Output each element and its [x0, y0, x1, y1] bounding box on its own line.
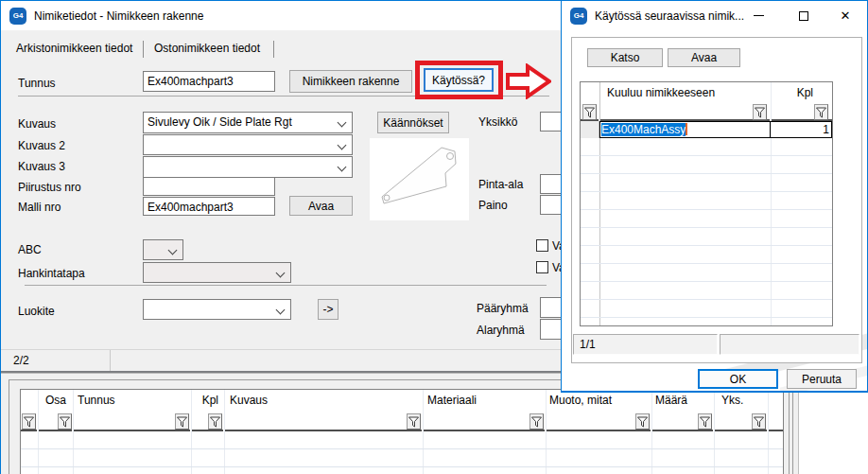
- column-header-muoto-mitat[interactable]: Muoto, mitat: [549, 390, 644, 411]
- table-row[interactable]: Ex400MachAssy 1: [599, 121, 832, 138]
- kaannokset-button[interactable]: Käännökset: [377, 112, 449, 133]
- column-header-kuvaus[interactable]: Kuvaus: [230, 390, 400, 411]
- checkbox-2[interactable]: [536, 261, 548, 273]
- popup-window-title: Käytössä seuraavissa nimik...: [595, 9, 744, 23]
- kuvaus-label: Kuvaus: [18, 117, 56, 131]
- record-position: 2/2: [13, 354, 29, 367]
- selected-text: Ex400MachAssy: [601, 123, 686, 136]
- checkbox-1[interactable]: [536, 239, 548, 252]
- kuvaus3-label: Kuvaus 3: [18, 160, 65, 173]
- maximize-button[interactable]: [787, 1, 821, 30]
- divider: [25, 285, 547, 286]
- filter-funnel-icon[interactable]: [58, 413, 72, 430]
- tab-ostonimikkeen-tiedot[interactable]: Ostonimikkeen tiedot: [148, 40, 266, 59]
- pinta-ala-label: Pinta-ala: [478, 178, 523, 191]
- popup-status-extra: [720, 334, 859, 355]
- minimize-icon: [754, 15, 764, 16]
- filter-funnel-icon[interactable]: [208, 413, 222, 430]
- filter-cell[interactable]: [424, 411, 545, 431]
- luokite-label: Luokite: [18, 305, 55, 318]
- close-button[interactable]: [828, 1, 862, 30]
- piirustus-nro-input[interactable]: [143, 177, 275, 196]
- usage-table: Kuuluu nimikkeeseen Kpl Ex400MachAssy 1: [580, 81, 833, 326]
- tab-divider: [273, 41, 274, 58]
- grid-rows-area: [21, 431, 783, 474]
- parts-groupbox: Osa Tunnus Kpl Kuvaus Materiaali Muoto, …: [9, 379, 793, 474]
- chevron-down-icon[interactable]: [276, 306, 286, 315]
- hankintatapa-label: Hankintatapa: [18, 267, 85, 280]
- filter-funnel-icon[interactable]: [407, 413, 421, 430]
- avaa-button[interactable]: Avaa: [289, 196, 353, 216]
- filter-funnel-icon[interactable]: [814, 104, 828, 120]
- row-selector-cell[interactable]: [581, 121, 599, 138]
- tunnus-input[interactable]: Ex400machpart3: [143, 71, 275, 92]
- nimikkeen-rakenne-button[interactable]: Nimikkeen rakenne: [289, 70, 412, 93]
- kuvaus3-combobox[interactable]: [143, 156, 353, 178]
- kuvaus2-label: Kuvaus 2: [18, 139, 65, 152]
- main-window-title: Nimiketiedot - Nimikkeen rakenne: [34, 9, 203, 23]
- filter-funnel-icon[interactable]: [175, 413, 189, 430]
- filter-cell[interactable]: [769, 411, 783, 431]
- grid-rows-area: [581, 138, 832, 325]
- kpl-cell[interactable]: 1: [772, 122, 833, 137]
- part-preview-image: [370, 138, 469, 220]
- popup-titlebar: G4 Käytössä seuraavissa nimik...: [562, 1, 867, 30]
- statusbar-divider: [110, 350, 111, 371]
- luokite-combobox[interactable]: [143, 299, 291, 320]
- filter-funnel-icon[interactable]: [753, 104, 767, 120]
- filter-funnel-icon[interactable]: [582, 104, 597, 120]
- usage-dialog: G4 Käytössä seuraavissa nimik... Katso A…: [561, 0, 868, 393]
- filter-funnel-icon[interactable]: [635, 413, 650, 430]
- hankintatapa-combobox[interactable]: [143, 262, 291, 283]
- malli-nro-input[interactable]: Ex400machpart3: [143, 197, 275, 216]
- alaryhma-label: Alaryhmä: [477, 324, 525, 337]
- kuvaus-value: Sivulevy Oik / Side Plate Rgt: [148, 115, 292, 129]
- tab-divider: [143, 41, 144, 58]
- filter-funnel-icon[interactable]: [22, 413, 36, 430]
- screen: G4 Nimiketiedot - Nimikkeen rakenne Arki…: [0, 0, 868, 474]
- chevron-down-icon[interactable]: [338, 141, 347, 150]
- minimize-button[interactable]: [741, 1, 775, 30]
- piirustus-nro-label: Piirustus nro: [18, 181, 81, 194]
- katso-button[interactable]: Katso: [587, 48, 663, 67]
- filter-funnel-icon[interactable]: [698, 413, 712, 430]
- annotation-rectangle: [415, 61, 503, 99]
- ok-button[interactable]: OK: [698, 369, 778, 389]
- column-header-tunnus[interactable]: Tunnus: [78, 390, 182, 411]
- yksikko-label: Yksikkö: [478, 115, 517, 129]
- column-header-osa[interactable]: Osa: [45, 390, 74, 411]
- column-header-kpl[interactable]: Kpl: [771, 82, 823, 103]
- column-header-yks[interactable]: Yks.: [721, 390, 764, 411]
- filter-funnel-icon[interactable]: [529, 413, 544, 430]
- malli-nro-label: Malli nro: [18, 201, 61, 214]
- column-header-kuuluu-nimikkeeseen[interactable]: Kuuluu nimikkeeseen: [607, 82, 758, 103]
- avaa-button[interactable]: Avaa: [668, 48, 740, 67]
- column-header-materiaali[interactable]: Materiaali: [427, 390, 531, 411]
- filter-funnel-icon[interactable]: [752, 413, 766, 430]
- paino-label: Paino: [478, 199, 508, 212]
- abc-combobox[interactable]: [143, 239, 183, 260]
- move-right-button[interactable]: ->: [318, 299, 339, 320]
- paaryhma-label: Pääryhmä: [477, 302, 529, 315]
- kuvaus-combobox[interactable]: Sivulevy Oik / Side Plate Rgt: [143, 112, 353, 133]
- filter-cell[interactable]: [225, 411, 422, 431]
- filter-cell[interactable]: [600, 103, 770, 121]
- peruuta-button[interactable]: Peruuta: [787, 369, 857, 389]
- kuuluu-cell[interactable]: Ex400MachAssy: [600, 122, 771, 137]
- text-caret: [686, 123, 687, 135]
- maximize-icon: [799, 11, 808, 21]
- chevron-down-icon[interactable]: [276, 269, 286, 278]
- chevron-down-icon[interactable]: [338, 163, 347, 172]
- column-header-maara[interactable]: Määrä: [655, 390, 710, 411]
- g4-app-icon: G4: [570, 8, 587, 25]
- grid-right-edge: [789, 389, 790, 474]
- chevron-down-icon[interactable]: [168, 246, 178, 255]
- kuvaus2-combobox[interactable]: [143, 134, 353, 155]
- column-header-kpl[interactable]: Kpl: [191, 390, 222, 411]
- tab-arkistonimikkeen-tiedot[interactable]: Arkistonimikkeen tiedot: [10, 40, 138, 59]
- popup-status-position: 1/1: [573, 334, 718, 355]
- filter-cell[interactable]: [74, 411, 190, 431]
- chevron-down-icon[interactable]: [338, 118, 347, 128]
- tunnus-label: Tunnus: [18, 77, 56, 90]
- abc-label: ABC: [18, 243, 42, 256]
